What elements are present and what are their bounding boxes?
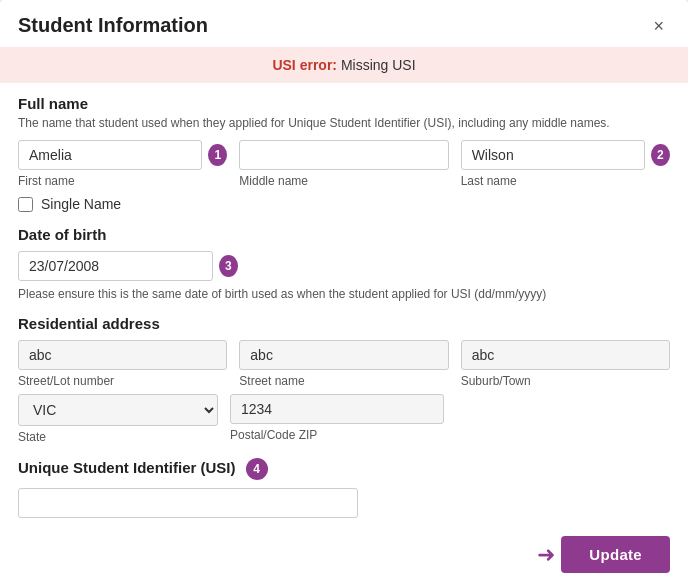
dob-section: Date of birth 3 Please ensure this is th… xyxy=(18,226,670,301)
single-name-row: Single Name xyxy=(18,196,670,212)
update-button[interactable]: Update xyxy=(561,536,670,573)
address-title: Residential address xyxy=(18,315,670,332)
error-label: USI error: xyxy=(272,57,337,73)
full-name-section: Full name The name that student used whe… xyxy=(18,95,670,212)
first-name-group: 1 First name xyxy=(18,140,227,188)
street-lot-input[interactable] xyxy=(18,340,227,370)
arrow-icon: ➜ xyxy=(537,542,555,568)
middle-name-input[interactable] xyxy=(239,140,448,170)
name-fields-row: 1 First name Middle name 2 Last name xyxy=(18,140,670,188)
state-group: VIC NSW QLD SA WA TAS ACT NT State xyxy=(18,394,218,444)
state-select[interactable]: VIC NSW QLD SA WA TAS ACT NT xyxy=(18,394,218,426)
address-spacer xyxy=(456,394,670,444)
single-name-checkbox[interactable] xyxy=(18,197,33,212)
dialog-title: Student Information xyxy=(18,14,208,37)
dob-field-row: 3 xyxy=(18,251,670,281)
step-badge-1: 1 xyxy=(208,144,227,166)
step-badge-3: 3 xyxy=(219,255,238,277)
street-lot-group: Street/Lot number xyxy=(18,340,227,388)
middle-name-group: Middle name xyxy=(239,140,448,188)
full-name-description: The name that student used when they app… xyxy=(18,116,670,130)
dob-group: 3 xyxy=(18,251,238,281)
street-name-input[interactable] xyxy=(239,340,448,370)
student-information-dialog: Student Information × USI error: Missing… xyxy=(0,0,688,586)
suburb-group: Suburb/Town xyxy=(461,340,670,388)
single-name-label: Single Name xyxy=(41,196,121,212)
usi-title: Unique Student Identifier (USI) 4 xyxy=(18,458,670,480)
step-badge-2: 2 xyxy=(651,144,670,166)
step-badge-4: 4 xyxy=(246,458,268,480)
last-name-input[interactable] xyxy=(461,140,645,170)
address-row-1: Street/Lot number Street name Suburb/Tow… xyxy=(18,340,670,388)
dob-title: Date of birth xyxy=(18,226,670,243)
street-lot-label: Street/Lot number xyxy=(18,374,227,388)
actions-row: ➜ Update xyxy=(18,536,670,573)
street-name-group: Street name xyxy=(239,340,448,388)
first-name-input[interactable] xyxy=(18,140,202,170)
usi-input-wrapper xyxy=(18,488,670,518)
last-name-label: Last name xyxy=(461,174,670,188)
last-name-group: 2 Last name xyxy=(461,140,670,188)
close-button[interactable]: × xyxy=(647,15,670,37)
middle-name-label: Middle name xyxy=(239,174,448,188)
usi-section: Unique Student Identifier (USI) 4 xyxy=(18,458,670,518)
postal-label: Postal/Code ZIP xyxy=(230,428,444,442)
usi-input[interactable] xyxy=(18,488,358,518)
dob-note: Please ensure this is the same date of b… xyxy=(18,287,670,301)
dob-input[interactable] xyxy=(18,251,213,281)
postal-input[interactable] xyxy=(230,394,444,424)
suburb-label: Suburb/Town xyxy=(461,374,670,388)
address-section: Residential address Street/Lot number St… xyxy=(18,315,670,444)
error-banner: USI error: Missing USI xyxy=(0,47,688,83)
dialog-body: Full name The name that student used whe… xyxy=(0,95,688,586)
suburb-input[interactable] xyxy=(461,340,670,370)
error-message: Missing USI xyxy=(341,57,416,73)
first-name-label: First name xyxy=(18,174,227,188)
dialog-header: Student Information × xyxy=(0,0,688,47)
postal-group: Postal/Code ZIP xyxy=(230,394,444,444)
address-row-2: VIC NSW QLD SA WA TAS ACT NT State Posta… xyxy=(18,394,670,444)
full-name-title: Full name xyxy=(18,95,670,112)
state-label: State xyxy=(18,430,218,444)
street-name-label: Street name xyxy=(239,374,448,388)
